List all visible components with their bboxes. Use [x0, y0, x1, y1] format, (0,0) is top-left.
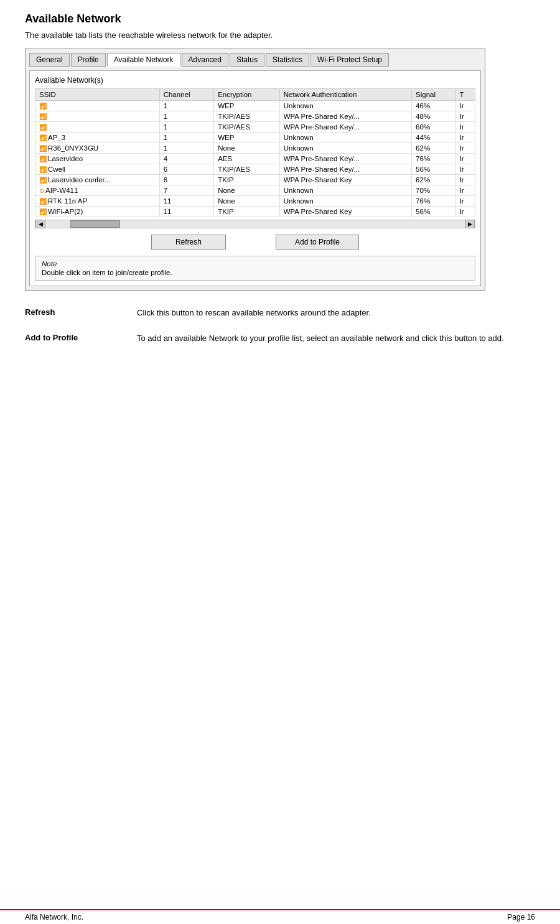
wifi-icon: 📶	[39, 103, 47, 110]
cell-signal: 62%	[412, 143, 455, 154]
wifi-icon: 📶	[39, 177, 47, 184]
desc-term-refresh: Refresh	[25, 307, 137, 317]
table-row[interactable]: 📶RTK 11n AP11NoneUnknown76%Ir	[35, 196, 475, 207]
desc-def-refresh: Click this button to rescan available ne…	[137, 307, 535, 320]
panel-title: Available Network(s)	[35, 76, 475, 85]
horizontal-scrollbar[interactable]: ◀ ▶	[35, 220, 475, 228]
cell-channel: 11	[159, 196, 214, 207]
tab-advanced[interactable]: Advanced	[182, 53, 228, 67]
cell-t: Ir	[455, 111, 475, 122]
desc-term-add-to-profile: Add to Profile	[25, 332, 137, 342]
table-row[interactable]: 📶1TKIP/AESWPA Pre-Shared Key/...60%Ir	[35, 122, 475, 133]
buttons-row: Refresh Add to Profile	[35, 235, 475, 250]
cell-ssid: 📶	[35, 111, 160, 122]
tab-general[interactable]: General	[29, 53, 70, 67]
wifi-icon: 📶	[39, 198, 47, 205]
refresh-button[interactable]: Refresh	[151, 235, 226, 250]
cell-auth: WPA Pre-Shared Key/...	[279, 122, 411, 133]
scroll-track[interactable]	[45, 220, 465, 228]
cell-ssid: 📶Cwell	[35, 164, 160, 175]
cell-channel: 4	[159, 154, 214, 164]
col-ssid: SSID	[35, 89, 160, 101]
wifi-icon: 📶	[39, 208, 47, 215]
cell-ssid: 📶Laservideo	[35, 154, 160, 164]
scroll-thumb[interactable]	[70, 220, 120, 228]
tab-bar: General Profile Available Network Advanc…	[29, 53, 481, 67]
cell-t: Ir	[455, 196, 475, 207]
cell-channel: 11	[159, 207, 214, 217]
add-to-profile-button[interactable]: Add to Profile	[276, 235, 359, 250]
cell-t: Ir	[455, 185, 475, 196]
cell-auth: Unknown	[279, 101, 411, 111]
inner-panel: Available Network(s) SSID Channel Encryp…	[29, 70, 481, 286]
cell-encryption: WEP	[214, 101, 280, 111]
cell-encryption: AES	[214, 154, 280, 164]
cell-channel: 1	[159, 122, 214, 133]
desc-def-add-to-profile: To add an available Network to your prof…	[137, 332, 535, 345]
page-title: Available Network	[25, 12, 535, 26]
table-row[interactable]: 📶Laservideo4AESWPA Pre-Shared Key/...76%…	[35, 154, 475, 164]
wifi-icon: 📶	[39, 134, 47, 141]
cell-t: Ir	[455, 154, 475, 164]
cell-encryption: WEP	[214, 133, 280, 143]
wifi-icon: 📶	[39, 113, 47, 120]
table-row[interactable]: 📶R36_0NYX3GU1NoneUnknown62%Ir	[35, 143, 475, 154]
tab-wifi-protect-setup[interactable]: Wi-Fi Protect Setup	[310, 53, 389, 67]
cell-signal: 76%	[412, 196, 455, 207]
table-row[interactable]: 📶Laservideo confer...6TKIPWPA Pre-Shared…	[35, 175, 475, 185]
cell-auth: Unknown	[279, 143, 411, 154]
cell-ssid: 📶RTK 11n AP	[35, 196, 160, 207]
cell-auth: Unknown	[279, 133, 411, 143]
cell-t: Ir	[455, 122, 475, 133]
table-row[interactable]: 📶WiFi-AP(2)11TKIPWPA Pre-Shared Key56%Ir	[35, 207, 475, 217]
table-row[interactable]: 📶1WEPUnknown46%Ir	[35, 101, 475, 111]
cell-signal: 76%	[412, 154, 455, 164]
col-channel: Channel	[159, 89, 214, 101]
desc-row-refresh: Refresh Click this button to rescan avai…	[25, 307, 535, 320]
cell-t: Ir	[455, 164, 475, 175]
footer: Alfa Network, Inc. Page 16	[0, 909, 560, 924]
cell-ssid: 📶	[35, 122, 160, 133]
tab-available-network[interactable]: Available Network	[107, 53, 180, 67]
cell-ssid: 📶AP_3	[35, 133, 160, 143]
tab-profile[interactable]: Profile	[71, 53, 106, 67]
cell-signal: 60%	[412, 122, 455, 133]
scroll-right-btn[interactable]: ▶	[465, 220, 475, 228]
col-auth: Network Authentication	[279, 89, 411, 101]
cell-auth: WPA Pre-Shared Key/...	[279, 164, 411, 175]
cell-channel: 1	[159, 111, 214, 122]
cell-signal: 56%	[412, 207, 455, 217]
tab-statistics[interactable]: Statistics	[266, 53, 309, 67]
col-signal: Signal	[412, 89, 455, 101]
table-row[interactable]: 📶Cwell6TKIP/AESWPA Pre-Shared Key/...56%…	[35, 164, 475, 175]
cell-ssid: ⊙AIP-W411	[35, 185, 160, 196]
wifi-orange-icon: ⊙	[39, 187, 44, 194]
cell-ssid: 📶Laservideo confer...	[35, 175, 160, 185]
cell-ssid: 📶WiFi-AP(2)	[35, 207, 160, 217]
cell-t: Ir	[455, 143, 475, 154]
desc-row-add-to-profile: Add to Profile To add an available Netwo…	[25, 332, 535, 345]
gui-window: General Profile Available Network Advanc…	[25, 49, 485, 291]
table-header-row: SSID Channel Encryption Network Authenti…	[35, 89, 475, 101]
cell-auth: WPA Pre-Shared Key	[279, 175, 411, 185]
cell-auth: WPA Pre-Shared Key/...	[279, 154, 411, 164]
cell-t: Ir	[455, 207, 475, 217]
cell-channel: 1	[159, 143, 214, 154]
cell-encryption: None	[214, 185, 280, 196]
cell-signal: 56%	[412, 164, 455, 175]
cell-encryption: TKIP	[214, 207, 280, 217]
table-row[interactable]: 📶1TKIP/AESWPA Pre-Shared Key/...48%Ir	[35, 111, 475, 122]
tab-status[interactable]: Status	[230, 53, 264, 67]
cell-signal: 46%	[412, 101, 455, 111]
scroll-left-btn[interactable]: ◀	[35, 220, 45, 228]
table-row[interactable]: 📶AP_31WEPUnknown44%Ir	[35, 133, 475, 143]
cell-channel: 1	[159, 101, 214, 111]
table-row[interactable]: ⊙AIP-W4117NoneUnknown70%Ir	[35, 185, 475, 196]
cell-encryption: TKIP	[214, 175, 280, 185]
cell-signal: 62%	[412, 175, 455, 185]
cell-channel: 1	[159, 133, 214, 143]
cell-ssid: 📶	[35, 101, 160, 111]
cell-ssid: 📶R36_0NYX3GU	[35, 143, 160, 154]
cell-t: Ir	[455, 175, 475, 185]
cell-signal: 70%	[412, 185, 455, 196]
